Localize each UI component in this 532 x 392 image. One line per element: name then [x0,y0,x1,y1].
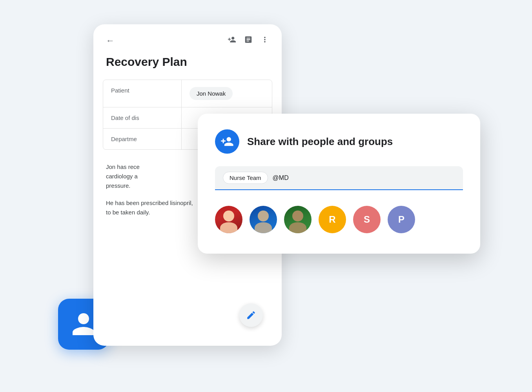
edit-icon [246,310,256,320]
avatar-p-initial: P [398,214,404,225]
share-dialog: Share with people and groups Nurse Team [198,114,480,254]
share-title: Share with people and groups [247,136,393,148]
patient-value: Jon Nowak [182,80,240,107]
document-icon[interactable] [244,35,253,46]
share-input-area[interactable]: Nurse Team [215,166,463,190]
more-icon[interactable] [261,35,269,46]
add-person-icon[interactable] [228,35,236,46]
share-input[interactable] [273,174,455,181]
back-button[interactable]: ← [106,36,115,46]
avatar-person-1[interactable] [215,206,242,233]
recovery-card-header: ← [93,24,282,52]
share-header: Share with people and groups [215,129,463,154]
department-label: Departme [103,129,182,149]
avatar-s-initial: S [364,214,370,225]
avatar-p[interactable]: P [388,206,415,233]
patient-chip: Jon Nowak [189,87,233,100]
avatar-person-2[interactable] [250,206,277,233]
person-add-icon [220,135,234,148]
share-icon-circle [215,129,239,154]
main-scene: ← Recovery Plan [0,0,532,392]
department-value [182,129,197,149]
header-icons-group [228,35,269,46]
date-value [182,107,197,128]
date-label: Date of dis [103,107,182,128]
avatar-person-3[interactable] [284,206,312,233]
avatar-s[interactable]: S [353,206,381,233]
avatar-r-initial: R [329,214,335,225]
table-row: Patient Jon Nowak [103,80,272,107]
edit-fab-button[interactable] [239,303,263,327]
nurse-team-chip: Nurse Team [223,172,268,184]
recovery-title: Recovery Plan [93,52,282,80]
avatars-row: R S P [215,203,463,236]
patient-label: Patient [103,80,182,107]
avatar-r[interactable]: R [319,206,346,233]
